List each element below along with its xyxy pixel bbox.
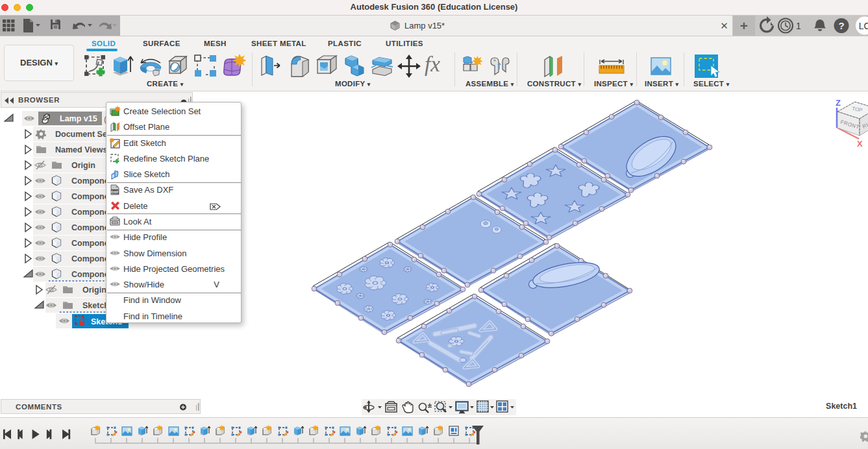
svg-text:Named Views: Named Views: [55, 145, 107, 154]
svg-text:Lamp v15: Lamp v15: [60, 114, 97, 123]
svg-text:1: 1: [796, 21, 801, 31]
svg-text:DXF: DXF: [111, 190, 119, 194]
svg-text:Origin: Origin: [82, 285, 106, 295]
svg-text:LO: LO: [859, 21, 868, 31]
svg-text:Origin: Origin: [71, 161, 95, 170]
svg-text:X: X: [857, 139, 863, 149]
svg-text:Z: Z: [836, 98, 841, 108]
svg-text:?: ?: [838, 20, 844, 31]
